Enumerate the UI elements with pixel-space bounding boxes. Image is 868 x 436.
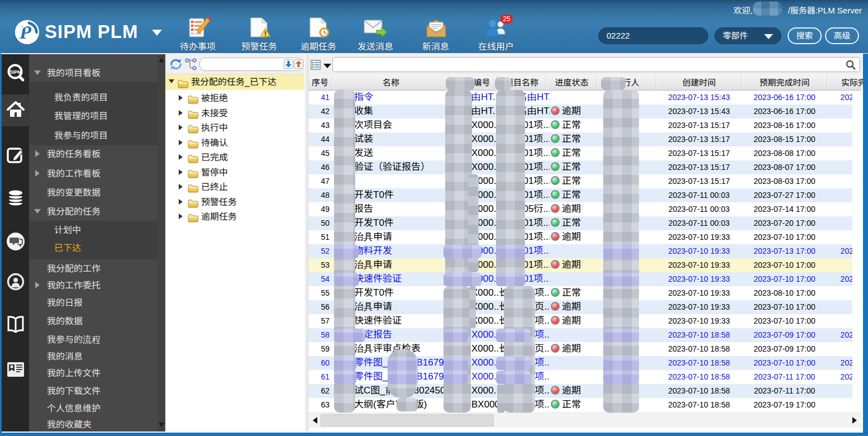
- svg-text:P: P: [19, 22, 31, 42]
- svg-text:SIPM: SIPM: [9, 69, 21, 75]
